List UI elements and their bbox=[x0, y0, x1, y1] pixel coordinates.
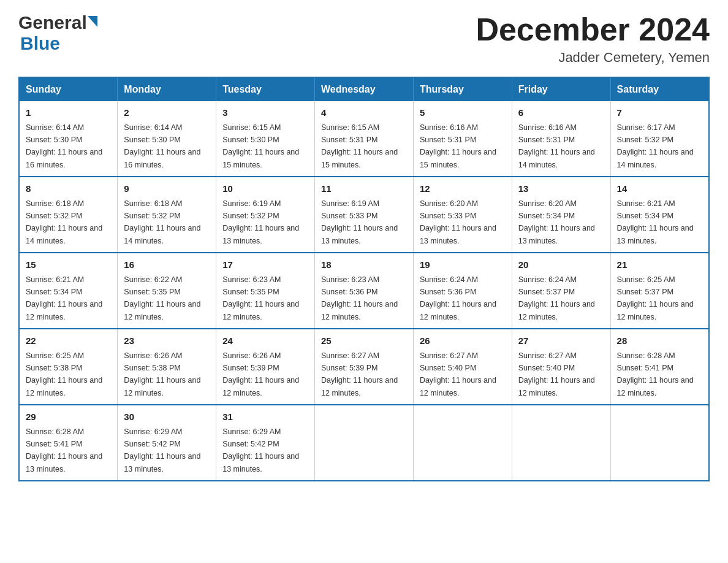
day-info: Sunrise: 6:24 AMSunset: 5:37 PMDaylight:… bbox=[518, 275, 595, 321]
day-number: 2 bbox=[124, 106, 210, 120]
day-info: Sunrise: 6:15 AMSunset: 5:31 PMDaylight:… bbox=[321, 123, 398, 169]
table-row: 24 Sunrise: 6:26 AMSunset: 5:39 PMDaylig… bbox=[216, 329, 315, 405]
table-row: 2 Sunrise: 6:14 AMSunset: 5:30 PMDayligh… bbox=[118, 101, 216, 177]
table-row: 27 Sunrise: 6:27 AMSunset: 5:40 PMDaylig… bbox=[512, 329, 610, 405]
table-row: 21 Sunrise: 6:25 AMSunset: 5:37 PMDaylig… bbox=[610, 253, 709, 329]
table-row: 14 Sunrise: 6:21 AMSunset: 5:34 PMDaylig… bbox=[610, 177, 709, 253]
day-info: Sunrise: 6:29 AMSunset: 5:42 PMDaylight:… bbox=[222, 427, 299, 473]
logo-arrow-icon bbox=[88, 16, 97, 27]
day-number: 6 bbox=[518, 106, 604, 120]
table-row: 6 Sunrise: 6:16 AMSunset: 5:31 PMDayligh… bbox=[512, 101, 610, 177]
day-info: Sunrise: 6:19 AMSunset: 5:33 PMDaylight:… bbox=[321, 199, 398, 245]
day-number: 24 bbox=[222, 334, 308, 348]
table-row: 4 Sunrise: 6:15 AMSunset: 5:31 PMDayligh… bbox=[315, 101, 414, 177]
day-number: 3 bbox=[222, 106, 308, 120]
table-row: 12 Sunrise: 6:20 AMSunset: 5:33 PMDaylig… bbox=[413, 177, 512, 253]
title-section: December 2024 Jadder Cemetery, Yemen bbox=[476, 12, 710, 66]
table-row: 19 Sunrise: 6:24 AMSunset: 5:36 PMDaylig… bbox=[413, 253, 512, 329]
table-row: 9 Sunrise: 6:18 AMSunset: 5:32 PMDayligh… bbox=[118, 177, 216, 253]
day-number: 22 bbox=[26, 334, 111, 348]
day-number: 25 bbox=[321, 334, 407, 348]
day-number: 16 bbox=[124, 258, 210, 272]
calendar-week-row: 8 Sunrise: 6:18 AMSunset: 5:32 PMDayligh… bbox=[19, 177, 709, 253]
day-number: 27 bbox=[518, 334, 604, 348]
day-number: 14 bbox=[617, 182, 702, 196]
calendar-week-row: 1 Sunrise: 6:14 AMSunset: 5:30 PMDayligh… bbox=[19, 101, 709, 177]
day-info: Sunrise: 6:21 AMSunset: 5:34 PMDaylight:… bbox=[26, 275, 102, 321]
page-header: General Blue December 2024 Jadder Cemete… bbox=[18, 12, 710, 66]
table-row: 16 Sunrise: 6:22 AMSunset: 5:35 PMDaylig… bbox=[118, 253, 216, 329]
calendar-header-row: Sunday Monday Tuesday Wednesday Thursday… bbox=[19, 77, 709, 101]
day-number: 30 bbox=[124, 410, 210, 424]
day-number: 13 bbox=[518, 182, 604, 196]
day-info: Sunrise: 6:26 AMSunset: 5:39 PMDaylight:… bbox=[222, 351, 299, 397]
logo-blue-text: Blue bbox=[20, 33, 60, 53]
day-info: Sunrise: 6:29 AMSunset: 5:42 PMDaylight:… bbox=[124, 427, 200, 473]
day-number: 20 bbox=[518, 258, 604, 272]
day-number: 31 bbox=[222, 410, 308, 424]
day-info: Sunrise: 6:20 AMSunset: 5:33 PMDaylight:… bbox=[420, 199, 496, 245]
table-row: 23 Sunrise: 6:26 AMSunset: 5:38 PMDaylig… bbox=[118, 329, 216, 405]
col-thursday: Thursday bbox=[413, 77, 512, 101]
table-row bbox=[610, 405, 709, 481]
col-saturday: Saturday bbox=[610, 77, 709, 101]
day-number: 23 bbox=[124, 334, 210, 348]
day-info: Sunrise: 6:22 AMSunset: 5:35 PMDaylight:… bbox=[124, 275, 200, 321]
calendar-week-row: 22 Sunrise: 6:25 AMSunset: 5:38 PMDaylig… bbox=[19, 329, 709, 405]
day-info: Sunrise: 6:28 AMSunset: 5:41 PMDaylight:… bbox=[26, 427, 102, 473]
day-number: 17 bbox=[222, 258, 308, 272]
day-number: 5 bbox=[420, 106, 506, 120]
calendar-week-row: 15 Sunrise: 6:21 AMSunset: 5:34 PMDaylig… bbox=[19, 253, 709, 329]
table-row: 3 Sunrise: 6:15 AMSunset: 5:30 PMDayligh… bbox=[216, 101, 315, 177]
day-info: Sunrise: 6:23 AMSunset: 5:35 PMDaylight:… bbox=[222, 275, 299, 321]
table-row bbox=[315, 405, 414, 481]
day-number: 15 bbox=[26, 258, 111, 272]
day-number: 19 bbox=[420, 258, 506, 272]
day-info: Sunrise: 6:16 AMSunset: 5:31 PMDaylight:… bbox=[420, 123, 496, 169]
day-number: 12 bbox=[420, 182, 506, 196]
table-row: 22 Sunrise: 6:25 AMSunset: 5:38 PMDaylig… bbox=[19, 329, 118, 405]
table-row: 8 Sunrise: 6:18 AMSunset: 5:32 PMDayligh… bbox=[19, 177, 118, 253]
table-row: 26 Sunrise: 6:27 AMSunset: 5:40 PMDaylig… bbox=[413, 329, 512, 405]
table-row: 29 Sunrise: 6:28 AMSunset: 5:41 PMDaylig… bbox=[19, 405, 118, 481]
calendar-table: Sunday Monday Tuesday Wednesday Thursday… bbox=[18, 77, 710, 481]
day-number: 9 bbox=[124, 182, 210, 196]
table-row: 28 Sunrise: 6:28 AMSunset: 5:41 PMDaylig… bbox=[610, 329, 709, 405]
day-number: 18 bbox=[321, 258, 407, 272]
table-row bbox=[413, 405, 512, 481]
day-number: 7 bbox=[617, 106, 702, 120]
table-row: 15 Sunrise: 6:21 AMSunset: 5:34 PMDaylig… bbox=[19, 253, 118, 329]
table-row: 20 Sunrise: 6:24 AMSunset: 5:37 PMDaylig… bbox=[512, 253, 610, 329]
day-number: 1 bbox=[26, 106, 111, 120]
day-info: Sunrise: 6:16 AMSunset: 5:31 PMDaylight:… bbox=[518, 123, 595, 169]
day-info: Sunrise: 6:28 AMSunset: 5:41 PMDaylight:… bbox=[617, 351, 694, 397]
table-row: 30 Sunrise: 6:29 AMSunset: 5:42 PMDaylig… bbox=[118, 405, 216, 481]
day-info: Sunrise: 6:23 AMSunset: 5:36 PMDaylight:… bbox=[321, 275, 398, 321]
table-row: 13 Sunrise: 6:20 AMSunset: 5:34 PMDaylig… bbox=[512, 177, 610, 253]
day-info: Sunrise: 6:18 AMSunset: 5:32 PMDaylight:… bbox=[26, 199, 102, 245]
logo-general-text: General bbox=[18, 12, 87, 33]
day-info: Sunrise: 6:27 AMSunset: 5:39 PMDaylight:… bbox=[321, 351, 398, 397]
day-info: Sunrise: 6:24 AMSunset: 5:36 PMDaylight:… bbox=[420, 275, 496, 321]
day-info: Sunrise: 6:17 AMSunset: 5:32 PMDaylight:… bbox=[617, 123, 694, 169]
day-info: Sunrise: 6:27 AMSunset: 5:40 PMDaylight:… bbox=[518, 351, 595, 397]
col-friday: Friday bbox=[512, 77, 610, 101]
table-row: 31 Sunrise: 6:29 AMSunset: 5:42 PMDaylig… bbox=[216, 405, 315, 481]
day-info: Sunrise: 6:19 AMSunset: 5:32 PMDaylight:… bbox=[222, 199, 299, 245]
col-wednesday: Wednesday bbox=[315, 77, 414, 101]
table-row: 1 Sunrise: 6:14 AMSunset: 5:30 PMDayligh… bbox=[19, 101, 118, 177]
day-info: Sunrise: 6:27 AMSunset: 5:40 PMDaylight:… bbox=[420, 351, 496, 397]
day-number: 10 bbox=[222, 182, 308, 196]
day-number: 26 bbox=[420, 334, 506, 348]
day-number: 11 bbox=[321, 182, 407, 196]
calendar-location: Jadder Cemetery, Yemen bbox=[476, 50, 710, 66]
col-monday: Monday bbox=[118, 77, 216, 101]
table-row: 25 Sunrise: 6:27 AMSunset: 5:39 PMDaylig… bbox=[315, 329, 414, 405]
calendar-title: December 2024 bbox=[476, 12, 710, 47]
table-row: 11 Sunrise: 6:19 AMSunset: 5:33 PMDaylig… bbox=[315, 177, 414, 253]
table-row: 18 Sunrise: 6:23 AMSunset: 5:36 PMDaylig… bbox=[315, 253, 414, 329]
day-number: 8 bbox=[26, 182, 111, 196]
table-row: 17 Sunrise: 6:23 AMSunset: 5:35 PMDaylig… bbox=[216, 253, 315, 329]
day-info: Sunrise: 6:18 AMSunset: 5:32 PMDaylight:… bbox=[124, 199, 200, 245]
calendar-week-row: 29 Sunrise: 6:28 AMSunset: 5:41 PMDaylig… bbox=[19, 405, 709, 481]
